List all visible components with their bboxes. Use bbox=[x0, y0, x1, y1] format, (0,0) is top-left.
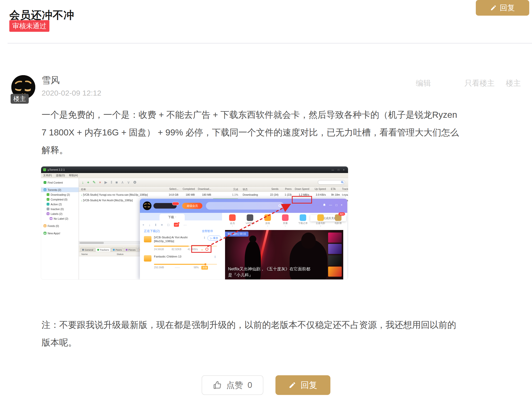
trackers-icon bbox=[97, 249, 99, 251]
tab-general: General bbox=[80, 248, 95, 252]
sidebar-downloading: ↓ Downloading (2) bbox=[41, 192, 79, 197]
menu-options: 选项(O) bbox=[56, 174, 65, 177]
inactive-icon: ↕ bbox=[47, 208, 49, 210]
xunlei-video-ad: 每日福利 | 00:15 Netflix又出神仙剧，《五十度灰》在它面前都 是『… bbox=[225, 230, 343, 279]
add-url-icon: + bbox=[87, 180, 89, 184]
screenshot-content: µTorrent 2.2.1 — □ × 文件(F) 选项(O) 帮助(H) ⌕… bbox=[41, 166, 348, 279]
bell-icon bbox=[323, 203, 326, 207]
download-arrow-icon: ↓ bbox=[81, 199, 82, 202]
downloading-list-header: 正在下载(2) 全部暂停 bbox=[140, 228, 222, 234]
torrent-name: [VCB-Studio] Ai Yori Aoshi [Ma10p_1080p] bbox=[83, 199, 133, 202]
progress-dot bbox=[204, 263, 206, 265]
chevron-down-icon: ˅ bbox=[249, 226, 251, 227]
create-torrent-icon: ✎ bbox=[92, 180, 96, 185]
xunlei-window: 超级会员 — □ × 任务完成后关机 ▾ 下载˅ + ↓ bbox=[140, 199, 347, 279]
xunlei-vip-promo-button: 超级会员 bbox=[182, 203, 202, 209]
reply-button-bottom[interactable]: 回复 bbox=[275, 375, 330, 395]
video-thumbnail bbox=[328, 255, 342, 265]
daily-bonus-badge: 每日福利 | 00:15 bbox=[225, 232, 248, 237]
peers-icon bbox=[113, 249, 115, 251]
col-size: Select... bbox=[162, 188, 178, 190]
pencil-icon bbox=[490, 5, 497, 11]
download-item-name: [VCB-Studio] Ai Yori Aoshi [Ma10p_1080p] bbox=[154, 236, 199, 243]
utorrent-sidebar: ⌕ Find Content ▤ Torrents (2) ↓ Download… bbox=[41, 178, 79, 279]
pause-all-icon: ‖ bbox=[155, 223, 156, 227]
tab-pieces: Pieces bbox=[124, 248, 137, 252]
more-icon: ··· bbox=[183, 223, 187, 227]
nav-cloud-movies: 云盘电影 ˅ bbox=[312, 214, 329, 227]
label-icon: ◆ bbox=[47, 212, 49, 215]
video-caption-line2: 是『小儿科』 bbox=[228, 272, 253, 278]
torrent-name: [VCB-Studio] Yuragi-sou no Yuuna-san [Ma… bbox=[83, 193, 148, 196]
search-icon: ⌕ bbox=[44, 181, 46, 184]
sidebar-labels: ◆ Labels (2) bbox=[41, 211, 79, 216]
post-paragraph-1: 一个是免费的，一个是：收费 + 不能去广告 + 下载东西软件就会卡，然后导致各种… bbox=[42, 106, 463, 159]
vip-icon bbox=[229, 214, 236, 221]
utorrent-detail-tabs: General Trackers Peers Pieces Files bbox=[79, 245, 140, 252]
download-item-2: Fantastic Children 13 ‖ 293.5MB —— 98% 加… bbox=[140, 254, 222, 272]
reply-label: 回复 bbox=[301, 380, 317, 391]
active-icon: ↕ bbox=[47, 203, 49, 206]
progress-fill bbox=[154, 264, 206, 265]
cloud-icon bbox=[300, 214, 306, 221]
pause-icon: ‖ bbox=[204, 236, 205, 240]
settings-gear-icon: ⚙ bbox=[133, 180, 136, 185]
utorrent-window-title: µTorrent 2.2.1 bbox=[48, 168, 65, 171]
only-op-link[interactable]: 只看楼主 bbox=[464, 78, 495, 89]
ticket-icon: 福利 bbox=[335, 214, 341, 221]
author-name[interactable]: 雪风 bbox=[42, 74, 60, 87]
video-caption-line1: Netflix又出神仙剧，《五十度灰》在它面前都 bbox=[228, 266, 310, 272]
movie-icon bbox=[317, 214, 324, 221]
xunlei-header-icons: — □ × bbox=[323, 203, 344, 207]
status-badge: 审核未通过 bbox=[9, 20, 49, 32]
col-name: 名称 bbox=[81, 188, 164, 191]
sidebar-find-content: ⌕ Find Content bbox=[41, 180, 79, 185]
tab-peers: Peers bbox=[111, 248, 123, 252]
download-item-stats: 293.5MB —— 98% 加速 bbox=[154, 266, 222, 270]
xunlei-header: 超级会员 — □ × bbox=[140, 199, 347, 213]
col-downloaded: Download... bbox=[195, 188, 211, 190]
start-icon: ▶ bbox=[105, 180, 108, 185]
games-icon bbox=[264, 214, 271, 221]
utorrent-table-header: 名称 Select... Completed Download... 完成 状态… bbox=[79, 187, 348, 192]
post-timestamp: 2020-02-09 12:12 bbox=[42, 89, 101, 97]
downloading-count: 正在下载(2) bbox=[144, 229, 160, 233]
col-completed: Completed bbox=[178, 188, 195, 190]
folder-icon bbox=[144, 255, 151, 262]
sidebar-no-label: ◆ No Label (2) bbox=[41, 216, 79, 221]
utorrent-menubar: 文件(F) 选项(O) 帮助(H) bbox=[41, 173, 348, 178]
live-icon bbox=[282, 214, 289, 221]
col-up-speed: Up Speed bbox=[311, 188, 326, 190]
col-progress: 完成 bbox=[213, 188, 238, 191]
menu-help: 帮助(H) bbox=[69, 174, 78, 177]
folder-icon bbox=[144, 236, 151, 242]
post-paragraph-2: 注：不要跟我说升级最新版，现在都是强制升级的，以前的老版本不仅稳定还不占资源，我… bbox=[42, 316, 463, 351]
horizontal-scrollbar bbox=[79, 241, 140, 244]
chevron-down-icon: ˅ bbox=[267, 226, 268, 227]
like-button[interactable]: 点赞 0 bbox=[202, 375, 263, 395]
nav-live: 直播 ˅ bbox=[277, 214, 294, 227]
tab-trackers: Trackers bbox=[96, 248, 111, 252]
reply-button-top[interactable]: 回复 bbox=[476, 0, 529, 16]
start-all-icon: ↓ bbox=[149, 223, 151, 227]
col-status: 状态 bbox=[243, 188, 264, 191]
move-down-icon: ∨ bbox=[127, 180, 130, 185]
play-button: ▷播放 bbox=[207, 236, 221, 241]
utorrent-window-controls: — □ × bbox=[332, 168, 346, 171]
pause-icon: ‖ bbox=[111, 180, 112, 184]
edit-link[interactable]: 编辑 bbox=[416, 78, 431, 89]
speedup-tag: 加速 bbox=[201, 266, 208, 270]
promo-badge: 福利 bbox=[338, 212, 345, 216]
op-badge: 楼主 bbox=[11, 94, 29, 104]
utorrent-toolbar: ↓ + ✎ × ▶ ‖ ■ ∧ ∨ ⚙ bbox=[79, 178, 348, 187]
sidebar-new-apps: ▣ New Apps! bbox=[41, 231, 79, 236]
sidebar-active: ↕ Active (2) bbox=[41, 202, 79, 207]
post-image-utorrent-comparison[interactable]: µTorrent 2.2.1 — □ × 文件(F) 选项(O) 帮助(H) ⌕… bbox=[41, 166, 348, 279]
like-count: 0 bbox=[247, 380, 252, 390]
privilege-icon bbox=[247, 214, 253, 221]
vip-speedup-icon: VIP bbox=[174, 223, 179, 227]
like-label: 点赞 bbox=[226, 380, 243, 391]
feeds-icon: ▣ bbox=[44, 224, 46, 227]
download-item-name: Fantastic Children 13 bbox=[154, 255, 199, 259]
torrents-icon: ▤ bbox=[44, 188, 46, 191]
